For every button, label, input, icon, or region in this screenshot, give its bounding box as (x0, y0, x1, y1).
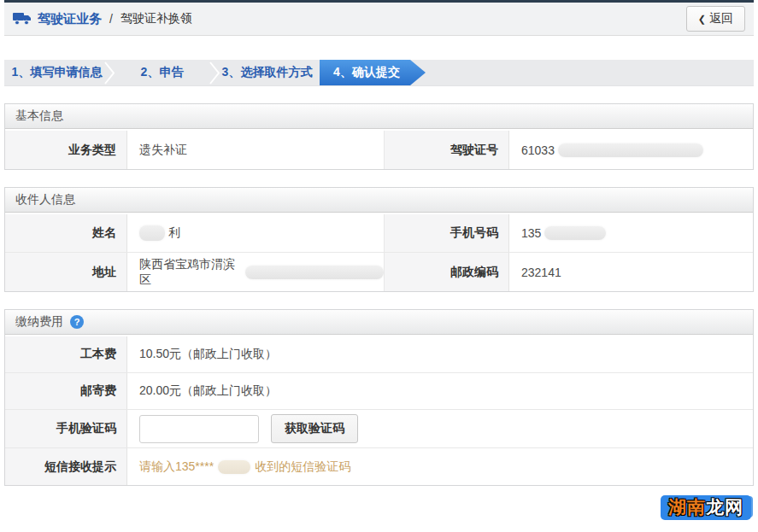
field-label-name: 姓名 (5, 214, 127, 252)
section-header: 缴纳费用 ? (5, 310, 753, 335)
field-value-name: 利 (127, 214, 384, 252)
field-value-phone: 135 (509, 214, 753, 252)
redacted-value (245, 266, 384, 279)
truck-icon (13, 12, 32, 26)
watermark-part1: 湖南 (668, 497, 706, 517)
step-label: 3、选择取件方式 (222, 65, 313, 80)
redacted-value (544, 226, 606, 240)
section-recipient-info: 收件人信息 姓名 利 手机号码 135 地址 陕西省宝鸡市渭滨区 (4, 187, 754, 292)
field-value-sms-hint: 请输入135**** 收到的短信验证码 (127, 448, 753, 485)
field-label-sms-code: 手机验证码 (5, 410, 127, 447)
table-row: 姓名 利 手机号码 135 (5, 214, 753, 253)
table-row: 业务类型 遗失补证 驾驶证号 61033 (5, 131, 753, 169)
chevron-left-icon: ❮ (698, 14, 706, 25)
redacted-value (558, 143, 703, 157)
section-title: 收件人信息 (15, 192, 75, 208)
sms-hint-text: 请输入135**** 收到的短信验证码 (139, 459, 350, 475)
field-value-license-no: 61033 (509, 131, 753, 169)
field-label-business-type: 业务类型 (5, 131, 127, 169)
table-row: 手机验证码 获取验证码 (5, 410, 753, 448)
get-code-button[interactable]: 获取验证码 (271, 414, 358, 443)
watermark-logo: 湖南龙网 (661, 495, 751, 520)
tab-step-3[interactable]: 3、选择取件方式 (214, 60, 320, 85)
section-header: 收件人信息 (5, 188, 753, 213)
table-row: 短信接收提示 请输入135**** 收到的短信验证码 (5, 448, 753, 485)
table-row: 工本费 10.50元（邮政上门收取） (5, 336, 753, 373)
section-title: 缴纳费用 (15, 314, 63, 330)
steps-bar: 1、填写申请信息 2、申告 3、选择取件方式 4、确认提交 (4, 60, 754, 86)
field-label-license-no: 驾驶证号 (384, 131, 509, 169)
field-value-address: 陕西省宝鸡市渭滨区 (127, 253, 384, 291)
step-label: 2、申告 (141, 65, 184, 80)
tab-step-4-active[interactable]: 4、确认提交 (320, 60, 426, 85)
field-label-phone: 手机号码 (384, 214, 509, 252)
field-sms-code: 获取验证码 (127, 410, 753, 447)
tab-step-2[interactable]: 2、申告 (109, 60, 214, 85)
field-label-postage-fee: 邮寄费 (5, 373, 127, 409)
watermark-part2: 龙网 (706, 497, 743, 517)
breadcrumb: 驾驶证业务 / 驾驶证补换领 (13, 11, 192, 27)
page-subtitle: 驾驶证补换领 (120, 11, 192, 26)
section-header: 基本信息 (5, 104, 753, 129)
help-icon[interactable]: ? (70, 315, 84, 329)
field-label-postcode: 邮政编码 (384, 253, 509, 291)
step-separator-icon (103, 61, 115, 87)
header-bar: 驾驶证业务 / 驾驶证补换领 ❮ 返回 (4, 3, 754, 36)
redacted-value (139, 225, 165, 241)
page: 驾驶证业务 / 驾驶证补换领 ❮ 返回 1、填写申请信息 2、申告 (0, 0, 758, 532)
page-title: 驾驶证业务 (38, 11, 102, 27)
step-label: 1、填写申请信息 (12, 65, 103, 80)
field-label-cost-fee: 工本费 (5, 336, 127, 372)
step-separator-icon (209, 61, 220, 87)
tab-step-1[interactable]: 1、填写申请信息 (4, 60, 109, 85)
breadcrumb-separator: / (109, 12, 113, 26)
step-label: 4、确认提交 (333, 65, 400, 80)
back-button-label: 返回 (709, 11, 733, 26)
field-label-address: 地址 (5, 253, 127, 291)
field-value-postage-fee: 20.00元（邮政上门收取） (127, 373, 753, 409)
section-basic-info: 基本信息 业务类型 遗失补证 驾驶证号 61033 (4, 103, 754, 170)
field-value-postcode: 232141 (509, 253, 753, 291)
redacted-value (218, 460, 250, 474)
back-button[interactable]: ❮ 返回 (686, 6, 745, 32)
sms-code-input[interactable] (139, 415, 259, 443)
table-row: 邮寄费 20.00元（邮政上门收取） (5, 373, 753, 410)
field-label-sms-hint: 短信接收提示 (5, 448, 127, 485)
watermark-text: 湖南龙网 (661, 495, 751, 520)
section-title: 基本信息 (15, 108, 63, 124)
field-value-business-type: 遗失补证 (127, 131, 384, 169)
section-fees: 缴纳费用 ? 工本费 10.50元（邮政上门收取） 邮寄费 20.00元（邮政上… (4, 309, 754, 486)
field-value-cost-fee: 10.50元（邮政上门收取） (127, 336, 753, 372)
table-row: 地址 陕西省宝鸡市渭滨区 邮政编码 232141 (5, 253, 753, 291)
